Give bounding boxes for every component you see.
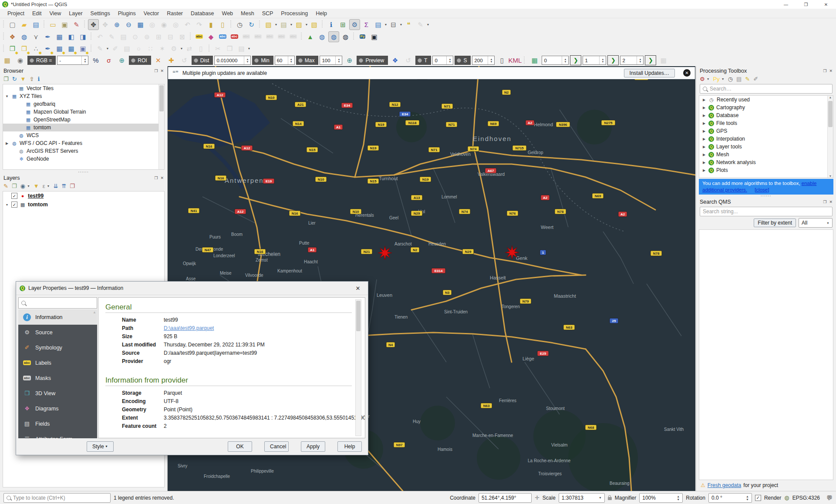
select-polygon-icon[interactable]: ▧ [309, 19, 320, 30]
browser-properties-icon[interactable]: ℹ [37, 76, 40, 82]
temporal-controller-icon[interactable]: ◷ [234, 19, 245, 30]
processing-group-plots[interactable]: ▶QPlots [699, 166, 833, 174]
zoom-out-icon[interactable]: ⊖ [123, 19, 134, 30]
new-project-icon[interactable]: ▢ [7, 19, 18, 30]
current-edits-icon-dropdown[interactable]: ▼ [106, 47, 109, 50]
layer-visibility-checkbox[interactable]: ✓ [11, 202, 17, 208]
fresh-geodata-link[interactable]: Fresh geodata [708, 482, 741, 488]
browser-float-icon[interactable]: ❐ [154, 69, 158, 73]
qgis-hub-icon[interactable]: ◍ [340, 31, 351, 42]
options-wrench-icon[interactable]: ✐ [753, 76, 758, 82]
zoom-full-icon[interactable]: ▦ [135, 19, 146, 30]
processing-group-mesh[interactable]: ▶QMesh [699, 151, 833, 158]
identify-features-icon[interactable]: ℹ [326, 19, 337, 30]
menu-mesh[interactable]: Mesh [237, 10, 258, 17]
scp-kml-icon[interactable]: KML [509, 55, 520, 66]
expand-all-layers-icon[interactable]: ⇊ [53, 183, 58, 189]
properties-tab-source[interactable]: ⚙Source [18, 325, 97, 340]
scp-max-field[interactable]: 100▲▼ [320, 56, 342, 65]
expander-icon[interactable]: ▶ [702, 121, 706, 125]
dialog-scrollbar[interactable] [355, 299, 361, 436]
open-project-icon[interactable]: ▰ [19, 19, 30, 30]
new-annotation-icon-dropdown[interactable]: ▼ [426, 23, 430, 26]
select-features-icon[interactable]: ▧ [263, 19, 274, 30]
processing-float-icon[interactable]: ❐ [823, 69, 826, 73]
qms-float-icon[interactable]: ❐ [823, 200, 826, 204]
processing-group-recently-used[interactable]: ▶◷Recently used [699, 96, 833, 104]
scp-go3-button[interactable]: ❯ [645, 55, 656, 65]
expander-icon[interactable]: ▶ [702, 129, 706, 133]
render-checkbox[interactable]: ✓ [755, 495, 761, 501]
vector-tool-icon[interactable]: ⋎ [30, 31, 41, 42]
layers-close-icon[interactable]: ✕ [160, 176, 164, 180]
expander-icon[interactable]: ▶ [702, 137, 706, 141]
new-spatialite-icon[interactable]: ✒ [42, 43, 53, 54]
layout-manager-icon[interactable]: ▣ [59, 19, 70, 30]
expander-icon[interactable]: ▶ [702, 114, 706, 118]
scp-percent-icon[interactable]: % [90, 55, 101, 66]
scale-combo[interactable]: 1:307813▼ [559, 493, 605, 503]
metasearch-icon[interactable]: ◍ [317, 31, 327, 42]
expander-icon[interactable]: ▼ [5, 94, 9, 98]
new-mesh-icon[interactable]: ▦ [54, 43, 65, 54]
scp-zoom-roi-icon[interactable]: ⊕ [116, 55, 127, 66]
menu-processing[interactable]: Processing [277, 10, 312, 17]
new-bookmark-icon[interactable]: ▮ [206, 19, 216, 30]
processing-search[interactable]: Search… [700, 84, 833, 94]
web-globe-icon[interactable]: ◍ [328, 31, 339, 42]
scp-grid-icon[interactable]: ▦ [529, 55, 540, 66]
new-shapefile-icon[interactable]: ❒ [19, 43, 30, 54]
results-viewer-icon[interactable]: ▤ [736, 76, 742, 82]
style-button[interactable]: Style ▼ [87, 441, 114, 452]
path-link[interactable]: D:\aaa\test99.parquet [164, 324, 214, 333]
advanced-digitize-icon-dropdown[interactable]: ▼ [180, 47, 183, 50]
select-by-value-icon-dropdown[interactable]: ▼ [290, 23, 293, 26]
filter-expression-icon[interactable]: ε [43, 183, 45, 189]
browser-item-geonode[interactable]: ✻GeoNode [3, 155, 164, 163]
close-button[interactable]: ✕ [816, 0, 836, 9]
properties-tab-symbology[interactable]: ✐Symbology [18, 340, 97, 355]
new-geopackage-icon[interactable]: ❒ [7, 43, 18, 54]
paste-features-icon-dropdown[interactable]: ▼ [247, 47, 251, 50]
layer-visibility-checkbox[interactable]: ✓ [11, 193, 17, 199]
manage-visibility-icon-dropdown[interactable]: ▼ [27, 185, 30, 188]
menu-settings[interactable]: Settings [87, 10, 114, 17]
scp-g0-field[interactable]: 0▲▼ [542, 56, 569, 65]
scp-rgb-color-icon[interactable]: ❖ [390, 55, 401, 66]
scp-dist-field[interactable]: 0.010000▲▼ [214, 56, 251, 65]
menu-database[interactable]: Database [187, 10, 218, 17]
expander-icon[interactable]: ▶ [702, 153, 706, 157]
browser-item-vector-tiles[interactable]: ▦Vector Tiles [3, 84, 164, 92]
layer-item-tomtom[interactable]: ▾✓▩tomtom [3, 200, 164, 209]
python-console-icon[interactable]: Py [357, 31, 368, 42]
attribute-table-icon-dropdown[interactable]: ▼ [384, 23, 388, 26]
properties-tab-attributes-form[interactable]: ☰Attributes Form [18, 431, 97, 438]
expander-icon[interactable]: ▶ [702, 98, 706, 102]
notification-close-icon[interactable]: ✕ [683, 69, 691, 77]
rotation-field[interactable]: 0.0 °▲▼ [708, 493, 752, 503]
scp-go2-button[interactable]: ❯ [607, 55, 619, 65]
python-scripts-icon[interactable]: Py [713, 76, 720, 82]
properties-tab-diagrams[interactable]: ❖Diagrams [18, 401, 97, 416]
add-wms-layer-icon[interactable]: ◍ [19, 31, 30, 42]
style-manager-icon[interactable]: ✎ [71, 19, 82, 30]
layer-item-test99[interactable]: ✓●test99 [3, 192, 164, 200]
attribute-table-icon[interactable]: ▤ [373, 19, 384, 30]
cancel-button[interactable]: Cancel [264, 441, 289, 452]
scp-s-field[interactable]: 200▲▼ [472, 56, 495, 65]
zoom-in-icon[interactable]: ⊕ [111, 19, 122, 30]
expander-icon[interactable]: ▶ [702, 106, 706, 110]
processing-group-network-analysis[interactable]: ▶QNetwork analysis [699, 158, 833, 166]
filter-expression-icon-dropdown[interactable]: ▼ [47, 185, 50, 188]
browser-scrollbar[interactable] [158, 84, 164, 169]
expander-icon[interactable]: ▶ [702, 145, 706, 149]
browser-item-xyz-tiles[interactable]: ▼▦XYZ Tiles [3, 92, 164, 100]
properties-tab-fields[interactable]: ▤Fields [18, 416, 97, 431]
refresh-browser-icon[interactable]: ↻ [12, 76, 17, 82]
scp-sigma-icon[interactable]: σ [103, 55, 114, 66]
select-by-value-icon[interactable]: ▤ [278, 19, 289, 30]
processing-group-cartography[interactable]: ▶QCartography [699, 104, 833, 111]
banner-close-link[interactable]: [close] [755, 187, 769, 192]
processing-group-gps[interactable]: ▶QGPS [699, 127, 833, 135]
scale-lock-icon[interactable] [608, 497, 612, 500]
